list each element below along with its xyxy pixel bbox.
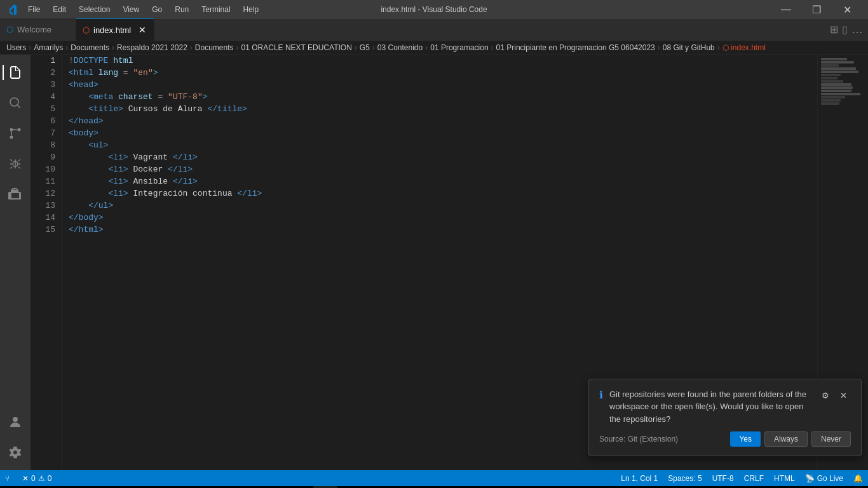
activity-bar [0,55,31,470]
layout-icon[interactable]: ⊞ [830,24,838,36]
line-number-11: 11 [37,175,55,187]
title-bar-left: FileEditSelectionViewGoRunTerminalHelp [6,4,264,15]
notification-close-button[interactable]: ✕ [836,388,851,403]
line-number-2: 2 [37,67,55,79]
line-number-9: 9 [37,151,55,163]
breadcrumb-oracle[interactable]: 01 ORACLE NEXT EDUCATION [241,43,352,52]
breadcrumb-file[interactable]: ⬡ index.html [722,43,766,52]
tab-bar: ⬡ Welcome ⬡ index.html ✕ ⊞ ▯ … [0,19,868,41]
line-number-8: 8 [37,139,55,151]
line-ending-text: CRLF [744,474,764,483]
error-icon: ✕ [22,474,29,483]
status-spaces[interactable]: Spaces: 5 [663,474,707,483]
tab-index[interactable]: ⬡ index.html ✕ [76,18,154,41]
window-controls: — ❐ ✕ [771,0,862,19]
code-line-7: <body> [69,127,811,139]
code-line-10: <li> Docker </li> [69,163,811,175]
breadcrumb-amarilys[interactable]: Amarilys [34,43,63,52]
tab-label-index: index.html [93,25,131,35]
tab-settings-area: ⊞ ▯ … [825,18,868,41]
activity-bar-bottom [3,409,28,465]
breadcrumb-principiante[interactable]: 01 Principiante en Programacion G5 06042… [496,43,655,52]
breadcrumb-contenido[interactable]: 03 Contenido [377,43,423,52]
code-line-4: <meta charset = "UTF-8"> [69,91,811,103]
activity-source-control[interactable] [3,121,28,146]
menu-selection[interactable]: Selection [74,4,115,15]
activity-account[interactable] [3,409,28,435]
minimap-content [818,55,868,109]
breadcrumb-documents[interactable]: Documents [71,43,109,52]
activity-extensions[interactable] [3,182,28,207]
status-language[interactable]: HTML [769,474,800,483]
activity-debug[interactable] [3,151,28,177]
notification-yes-button[interactable]: Yes [730,431,761,447]
svg-point-0 [10,136,13,139]
notification-always-button[interactable]: Always [764,431,808,447]
breadcrumb-git[interactable]: 08 Git y GitHub [663,43,715,52]
line-number-3: 3 [37,79,55,91]
line-number-14: 14 [37,212,55,224]
tab-icon-html: ⬡ [83,25,90,35]
status-line-ending[interactable]: CRLF [739,474,769,483]
breadcrumb-documents2[interactable]: Documents [195,43,234,52]
notification-settings-button[interactable]: ⚙ [818,388,833,403]
code-line-2: <html lang = "en"> [69,67,811,79]
menu-run[interactable]: Run [170,4,194,15]
error-count: 0 [31,474,36,483]
menu-file[interactable]: File [23,4,45,15]
status-position[interactable]: Ln 1, Col 1 [616,474,663,483]
line-number-6: 6 [37,115,55,127]
status-encoding[interactable]: UTF-8 [707,474,739,483]
tab-icon-welcome: ⬡ [6,25,13,34]
activity-search[interactable] [3,90,28,116]
notification-footer: Source: Git (Extension) Yes Always Never [599,431,851,447]
encoding-text: UTF-8 [712,474,734,483]
code-line-8: <ul> [69,139,811,151]
line-numbers: 123456789101112131415 [31,55,62,470]
status-branch[interactable]: ⑂ [0,470,17,486]
split-icon[interactable]: ▯ [842,24,848,36]
menu-view[interactable]: View [118,4,144,15]
more-icon[interactable]: … [851,23,863,36]
notification-never-button[interactable]: Never [811,431,851,447]
minimize-button[interactable]: — [771,0,801,19]
breadcrumb-users[interactable]: Users [6,43,26,52]
menu-help[interactable]: Help [238,4,264,15]
notification-action-buttons: Yes Always Never [730,431,851,447]
breadcrumb-g5[interactable]: G5 [360,43,370,52]
menu-go[interactable]: Go [147,4,167,15]
breadcrumb-respaldo[interactable]: Respaldo 2021 2022 [117,43,187,52]
line-number-4: 4 [37,91,55,103]
status-live-server[interactable]: 📡 Go Live [800,474,848,483]
code-line-6: </head> [69,115,811,127]
window-title: index.html - Visual Studio Code [381,5,487,14]
notification-controls: ⚙ ✕ [818,388,851,403]
notification-panel: ℹ Git repositories were found in the par… [588,379,862,457]
notification-info-icon: ℹ [599,389,603,401]
menu-terminal[interactable]: Terminal [196,4,235,15]
notification-message: Git repositories were found in the paren… [609,388,811,426]
status-errors[interactable]: ✕ 0 ⚠ 0 [17,470,57,486]
line-number-5: 5 [37,103,55,115]
close-button[interactable]: ✕ [832,0,862,19]
status-feedback[interactable]: 🔔 [848,474,868,483]
breadcrumb-programacion[interactable]: 01 Programacion [430,43,488,52]
restore-button[interactable]: ❐ [802,0,831,19]
live-server-text: Go Live [817,474,843,483]
code-line-15: </html> [69,224,811,236]
branch-icon: ⑂ [5,474,10,483]
activity-settings[interactable] [3,440,28,465]
code-line-3: <head> [69,79,811,91]
line-number-7: 7 [37,127,55,139]
tab-close-index[interactable]: ✕ [137,25,147,35]
feedback-icon: 🔔 [853,474,863,483]
line-number-10: 10 [37,163,55,175]
activity-explorer[interactable] [3,60,28,85]
tab-welcome[interactable]: ⬡ Welcome [0,18,76,41]
svg-point-4 [13,417,18,422]
line-number-1: 1 [37,55,55,67]
code-line-12: <li> Integración continua </li> [69,187,811,200]
menu-edit[interactable]: Edit [48,4,71,15]
code-line-9: <li> Vagrant </li> [69,151,811,163]
code-line-1: !DOCTYPE html [69,55,811,67]
